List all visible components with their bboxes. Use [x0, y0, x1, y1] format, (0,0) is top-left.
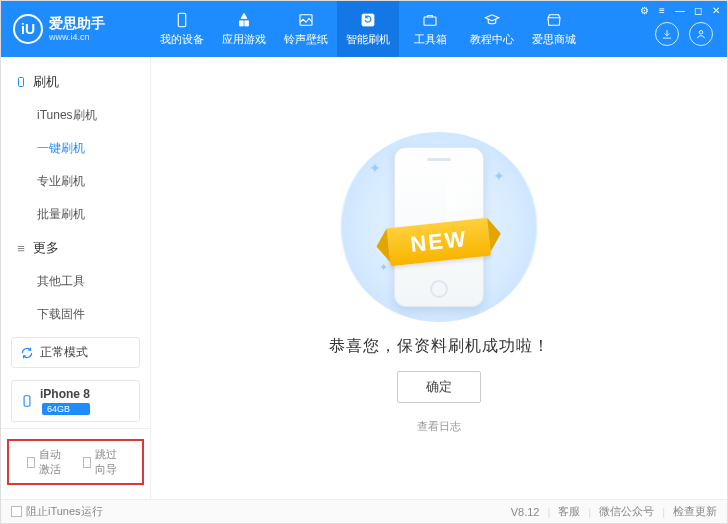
app-url: www.i4.cn — [49, 32, 105, 43]
svg-point-4 — [699, 31, 703, 35]
section-title: 刷机 — [33, 73, 59, 91]
svg-rect-5 — [19, 78, 24, 87]
support-link[interactable]: 客服 — [558, 504, 580, 519]
window-controls: ⚙ ≡ — ◻ ✕ — [637, 3, 723, 17]
device-name: iPhone 8 — [40, 387, 90, 401]
graduation-icon — [483, 11, 501, 29]
phone-small-icon — [20, 394, 34, 408]
list-icon: ≡ — [15, 242, 27, 254]
tab-label: 我的设备 — [160, 32, 204, 47]
main-panel: ✦ ✦ ✦ NEW 恭喜您，保资料刷机成功啦！ 确定 查看日志 — [151, 57, 727, 499]
tab-label: 智能刷机 — [346, 32, 390, 47]
checkbox-icon — [27, 457, 35, 468]
tab-label: 爱思商城 — [532, 32, 576, 47]
checkbox-label: 阻止iTunes运行 — [26, 504, 103, 519]
logo-icon: iU — [13, 14, 43, 44]
sidebar-item-other-tools[interactable]: 其他工具 — [1, 265, 150, 298]
body: 刷机 iTunes刷机 一键刷机 专业刷机 批量刷机 ≡ 更多 其他工具 下载固… — [1, 57, 727, 499]
close-button[interactable]: ✕ — [709, 3, 723, 17]
ok-button[interactable]: 确定 — [397, 371, 481, 403]
settings-icon[interactable]: ⚙ — [637, 3, 651, 17]
section-flash[interactable]: 刷机 — [1, 65, 150, 99]
tab-flash[interactable]: 智能刷机 — [337, 1, 399, 57]
status-bar: 阻止iTunes运行 V8.12 | 客服 | 微信公众号 | 检查更新 — [1, 499, 727, 523]
svg-rect-6 — [24, 396, 30, 407]
checkbox-icon — [11, 506, 22, 517]
header-bar: ⚙ ≡ — ◻ ✕ iU 爱思助手 www.i4.cn 我的设备 应用游戏 — [1, 1, 727, 57]
tab-my-device[interactable]: 我的设备 — [151, 1, 213, 57]
wechat-link[interactable]: 微信公众号 — [599, 504, 654, 519]
sidebar-footer: 自动激活 跳过向导 — [1, 428, 150, 499]
sync-icon — [20, 346, 34, 360]
image-icon — [297, 11, 315, 29]
app-name: 爱思助手 — [49, 15, 105, 32]
highlighted-options: 自动激活 跳过向导 — [7, 439, 144, 485]
tab-toolbox[interactable]: 工具箱 — [399, 1, 461, 57]
main-tabs: 我的设备 应用游戏 铃声壁纸 智能刷机 工具箱 教程中心 — [151, 1, 655, 57]
phone-icon — [173, 11, 191, 29]
section-title: 更多 — [33, 239, 59, 257]
store-icon — [545, 11, 563, 29]
user-button[interactable] — [689, 22, 713, 46]
minimize-button[interactable]: — — [673, 3, 687, 17]
svg-rect-0 — [178, 13, 186, 27]
check-update-link[interactable]: 检查更新 — [673, 504, 717, 519]
section-more[interactable]: ≡ 更多 — [1, 231, 150, 265]
tab-apps[interactable]: 应用游戏 — [213, 1, 275, 57]
checkbox-auto-activate[interactable]: 自动激活 — [27, 447, 69, 477]
menu-icon[interactable]: ≡ — [655, 3, 669, 17]
tab-tutorials[interactable]: 教程中心 — [461, 1, 523, 57]
checkbox-block-itunes[interactable]: 阻止iTunes运行 — [11, 504, 103, 519]
checkbox-skip-guide[interactable]: 跳过向导 — [83, 447, 125, 477]
tab-label: 教程中心 — [470, 32, 514, 47]
sidebar: 刷机 iTunes刷机 一键刷机 专业刷机 批量刷机 ≡ 更多 其他工具 下载固… — [1, 57, 151, 499]
apps-icon — [235, 11, 253, 29]
sparkle-icon: ✦ — [493, 168, 505, 184]
device-indicator[interactable]: iPhone 8 64GB — [11, 380, 140, 422]
maximize-button[interactable]: ◻ — [691, 3, 705, 17]
version-label: V8.12 — [511, 506, 540, 518]
sparkle-icon: ✦ — [369, 160, 381, 176]
checkbox-label: 自动激活 — [39, 447, 68, 477]
checkbox-label: 跳过向导 — [95, 447, 124, 477]
tab-ringtones[interactable]: 铃声壁纸 — [275, 1, 337, 57]
tab-label: 工具箱 — [414, 32, 447, 47]
toolbox-icon — [421, 11, 439, 29]
tab-store[interactable]: 爱思商城 — [523, 1, 585, 57]
refresh-icon — [359, 11, 377, 29]
view-log-link[interactable]: 查看日志 — [417, 419, 461, 434]
download-button[interactable] — [655, 22, 679, 46]
tab-label: 应用游戏 — [222, 32, 266, 47]
tab-label: 铃声壁纸 — [284, 32, 328, 47]
success-illustration: ✦ ✦ ✦ NEW — [339, 132, 539, 322]
svg-rect-3 — [424, 17, 436, 25]
success-message: 恭喜您，保资料刷机成功啦！ — [329, 336, 550, 357]
app-window: ⚙ ≡ — ◻ ✕ iU 爱思助手 www.i4.cn 我的设备 应用游戏 — [0, 0, 728, 524]
mode-label: 正常模式 — [40, 344, 88, 361]
sidebar-item-pro-flash[interactable]: 专业刷机 — [1, 165, 150, 198]
storage-badge: 64GB — [42, 403, 90, 415]
sidebar-item-download-firmware[interactable]: 下载固件 — [1, 298, 150, 331]
sidebar-item-oneclick-flash[interactable]: 一键刷机 — [1, 132, 150, 165]
sidebar-item-batch-flash[interactable]: 批量刷机 — [1, 198, 150, 231]
header-actions — [655, 22, 727, 46]
mode-indicator[interactable]: 正常模式 — [11, 337, 140, 368]
logo-area: iU 爱思助手 www.i4.cn — [1, 14, 151, 44]
sidebar-item-itunes-flash[interactable]: iTunes刷机 — [1, 99, 150, 132]
device-icon — [15, 76, 27, 88]
checkbox-icon — [83, 457, 91, 468]
